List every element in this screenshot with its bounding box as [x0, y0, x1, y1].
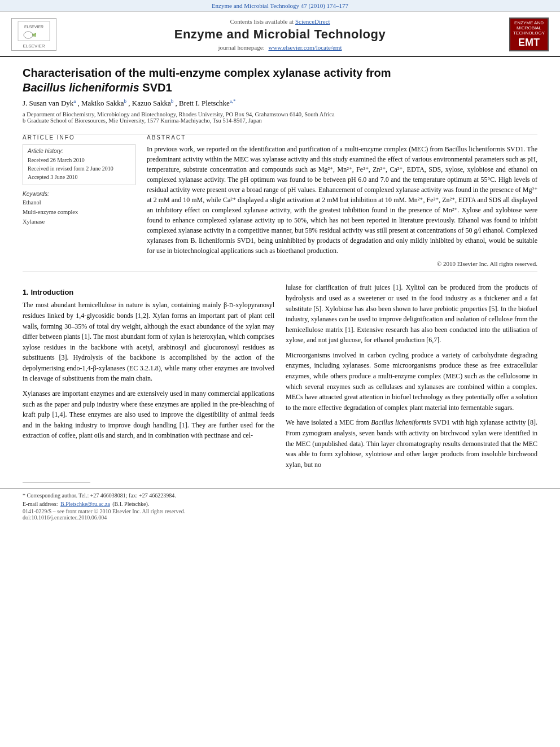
intro-para1: The most abundant hemicellulose in natur… [23, 300, 274, 384]
copyright-line: © 2010 Elsevier Inc. All rights reserved… [147, 260, 537, 267]
doi-text: doi:10.1016/j.enzmictec.2010.06.004 [23, 514, 537, 521]
journal-url[interactable]: www.elsevier.com/locate/emt [268, 44, 342, 51]
article-info-heading: ARTICLE INFO [23, 134, 135, 141]
journal-homepage: journal homepage: www.elsevier.com/locat… [56, 44, 504, 51]
journal-citation-bar: Enzyme and Microbial Technology 47 (2010… [0, 0, 560, 12]
svg-text:ELSEVIER: ELSEVIER [24, 25, 43, 29]
article-info-abstract-section: ARTICLE INFO Article history: Received 2… [0, 134, 560, 267]
intro-heading: 1. Introduction [23, 288, 274, 296]
svg-text:🌿: 🌿 [32, 33, 37, 37]
journal-header-center: Contents lists available at ScienceDirec… [56, 18, 504, 51]
footnote-star: * Corresponding author. Tel.: +27 466038… [23, 491, 537, 500]
sciencedirect-link[interactable]: ScienceDirect [295, 18, 330, 25]
intro-para2: Xylanases are important enzymes and are … [23, 388, 274, 441]
keyword-mec: Multi-enzyme complex [23, 208, 135, 217]
affil-a: a Department of Biochemistry, Microbiolo… [23, 111, 537, 117]
affil-b: b Graduate School of Bioresources, Mie U… [23, 117, 537, 124]
footnote-email: E-mail address: B.Pletschke@ru.ac.za (B.… [23, 500, 537, 508]
keyword-xylanase: Xylanase [23, 217, 135, 227]
issn-text: 0141-0229/$ – see front matter © 2010 El… [23, 508, 537, 514]
article-history-box: Article history: Received 26 March 2010 … [23, 144, 135, 185]
main-body: 1. Introduction The most abundant hemice… [0, 277, 560, 480]
elsevier-logo: ELSEVIER 🌿 ELSEVIER [11, 18, 56, 51]
received-date: Received 26 March 2010 [28, 156, 130, 164]
keyword-ethanol: Ethanol [23, 198, 135, 208]
contents-line: Contents lists available at ScienceDirec… [56, 18, 504, 25]
emt-logo-area: ENZYME AND MICROBIAL TECHNOLOGY EMT [504, 18, 549, 51]
accepted-date: Accepted 3 June 2010 [28, 173, 130, 181]
history-label: Article history: [28, 148, 130, 154]
email-link[interactable]: B.Pletschke@ru.ac.za [60, 501, 110, 507]
abstract-section: ABSTRACT In previous work, we reported o… [147, 134, 537, 267]
article-info-panel: ARTICLE INFO Article history: Received 2… [23, 134, 135, 267]
right-para1: lulase for clarification of fruit juices… [286, 282, 537, 346]
revised-date: Received in revised form 2 June 2010 [28, 164, 130, 173]
affiliations: a Department of Biochemistry, Microbiolo… [23, 111, 537, 124]
journal-title: Enzyme and Microbial Technology [56, 27, 504, 42]
emt-logo: ENZYME AND MICROBIAL TECHNOLOGY EMT [509, 18, 549, 51]
abstract-text: In previous work, we reported on the ide… [147, 144, 537, 256]
citation-text: Enzyme and Microbial Technology 47 (2010… [212, 2, 348, 9]
right-para3: We have isolated a MEC from Bacillus lic… [286, 417, 537, 470]
issn-line: 0141-0229/$ – see front matter © 2010 El… [0, 508, 560, 521]
authors-line: J. Susan van Dyka , Makiko Sakkab , Kazu… [23, 98, 537, 108]
journal-header: ELSEVIER 🌿 ELSEVIER Contents lists avail… [0, 12, 560, 57]
keywords-label: Keywords: [23, 191, 135, 197]
abstract-heading: ABSTRACT [147, 134, 537, 141]
paper-title-section: Characterisation of the multi-enzyme com… [0, 57, 560, 134]
right-para2: Microorganisms involved in carbon cyclin… [286, 350, 537, 413]
left-column: 1. Introduction The most abundant hemice… [23, 282, 274, 474]
paper-title: Characterisation of the multi-enzyme com… [23, 65, 537, 95]
keywords-section: Keywords: Ethanol Multi-enzyme complex X… [23, 191, 135, 226]
elsevier-logo-area: ELSEVIER 🌿 ELSEVIER [11, 18, 56, 51]
footnote-area: * Corresponding author. Tel.: +27 466038… [0, 488, 560, 508]
right-column: lulase for clarification of fruit juices… [286, 282, 537, 474]
